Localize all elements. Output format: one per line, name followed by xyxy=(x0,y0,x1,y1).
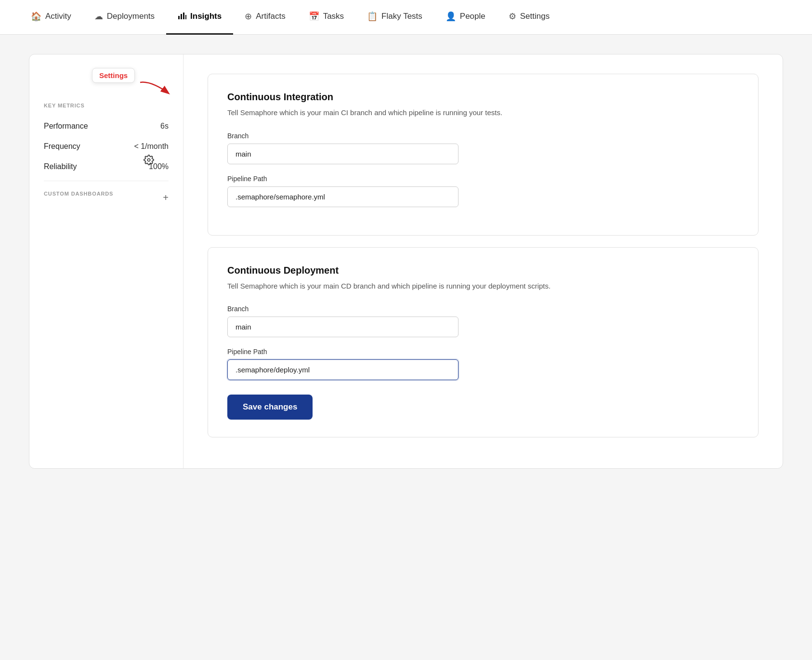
metric-reliability-label: Reliability xyxy=(44,162,77,171)
metric-performance: Performance 6s xyxy=(44,116,169,136)
cd-description: Tell Semaphore which is your main CD bra… xyxy=(227,281,739,292)
sidebar-divider xyxy=(44,181,169,181)
metric-frequency-value: < 1/month xyxy=(134,142,169,151)
save-changes-button[interactable]: Save changes xyxy=(227,395,313,420)
svg-point-4 xyxy=(147,158,150,161)
nav-label-insights: Insights xyxy=(190,12,222,21)
custom-dashboards-label: CUSTOM DASHBOARDS xyxy=(44,191,113,197)
top-navigation: 🏠 Activity ☁ Deployments Insights ⊕ Arti… xyxy=(0,0,812,35)
ci-pipeline-input[interactable] xyxy=(227,186,458,207)
ci-branch-label: Branch xyxy=(227,132,739,140)
nav-label-people: People xyxy=(460,12,485,21)
ci-branch-input[interactable] xyxy=(227,144,458,164)
cd-pipeline-group: Pipeline Path xyxy=(227,348,739,380)
add-dashboard-button[interactable]: + xyxy=(163,192,169,203)
ci-pipeline-label: Pipeline Path xyxy=(227,175,739,183)
nav-item-artifacts[interactable]: ⊕ Artifacts xyxy=(233,0,297,35)
ci-description: Tell Semaphore which is your main CI bra… xyxy=(227,107,739,119)
cd-branch-input[interactable] xyxy=(227,317,458,337)
page-content: Settings KEY METRICS xyxy=(0,35,812,488)
nav-label-flaky-tests: Flaky Tests xyxy=(381,12,422,21)
svg-rect-0 xyxy=(178,16,180,19)
nav-item-deployments[interactable]: ☁ Deployments xyxy=(83,0,166,35)
nav-label-settings: Settings xyxy=(520,12,550,21)
main-card: Settings KEY METRICS xyxy=(29,54,783,469)
artifacts-icon: ⊕ xyxy=(245,11,252,22)
bar-chart-icon xyxy=(178,11,186,22)
svg-rect-1 xyxy=(181,14,182,19)
metric-frequency: Frequency < 1/month xyxy=(44,136,169,157)
calendar-icon: 📅 xyxy=(309,11,319,22)
metric-frequency-label: Frequency xyxy=(44,142,80,151)
cloud-icon: ☁ xyxy=(94,11,103,22)
cd-pipeline-label: Pipeline Path xyxy=(227,348,739,356)
svg-rect-3 xyxy=(185,15,186,19)
nav-item-insights[interactable]: Insights xyxy=(166,0,233,35)
cd-title: Continuous Deployment xyxy=(227,265,739,276)
nav-item-settings[interactable]: ⚙ Settings xyxy=(497,0,561,35)
nav-label-artifacts: Artifacts xyxy=(256,12,285,21)
nav-item-tasks[interactable]: 📅 Tasks xyxy=(297,0,355,35)
person-icon: 👤 xyxy=(445,11,456,22)
ci-form-card: Continuous Integration Tell Semaphore wh… xyxy=(208,74,759,236)
sidebar: Settings KEY METRICS xyxy=(29,54,183,468)
svg-rect-2 xyxy=(183,13,184,19)
cd-branch-label: Branch xyxy=(227,305,739,313)
nav-label-activity: Activity xyxy=(45,12,71,21)
settings-arrow xyxy=(135,79,174,98)
nav-item-activity[interactable]: 🏠 Activity xyxy=(19,0,83,35)
cd-form-card: Continuous Deployment Tell Semaphore whi… xyxy=(208,247,759,438)
metric-performance-value: 6s xyxy=(160,122,169,131)
custom-dashboards-header: CUSTOM DASHBOARDS + xyxy=(44,191,169,204)
nav-item-people[interactable]: 👤 People xyxy=(434,0,497,35)
nav-label-tasks: Tasks xyxy=(323,12,344,21)
ci-title: Continuous Integration xyxy=(227,92,739,103)
cd-pipeline-input[interactable] xyxy=(227,359,458,380)
settings-tooltip-text: Settings xyxy=(99,71,128,79)
nav-item-flaky-tests[interactable]: 📋 Flaky Tests xyxy=(355,0,434,35)
ci-branch-group: Branch xyxy=(227,132,739,164)
cd-branch-group: Branch xyxy=(227,305,739,337)
settings-gear-icon[interactable] xyxy=(144,155,154,168)
home-icon: 🏠 xyxy=(31,11,41,22)
document-icon: 📋 xyxy=(367,11,378,22)
ci-pipeline-group: Pipeline Path xyxy=(227,175,739,207)
nav-label-deployments: Deployments xyxy=(107,12,155,21)
gear-nav-icon: ⚙ xyxy=(509,11,516,22)
main-section: Continuous Integration Tell Semaphore wh… xyxy=(183,54,783,468)
settings-tooltip: Settings xyxy=(92,68,135,83)
metric-performance-label: Performance xyxy=(44,122,88,131)
key-metrics-label: KEY METRICS xyxy=(44,103,169,108)
